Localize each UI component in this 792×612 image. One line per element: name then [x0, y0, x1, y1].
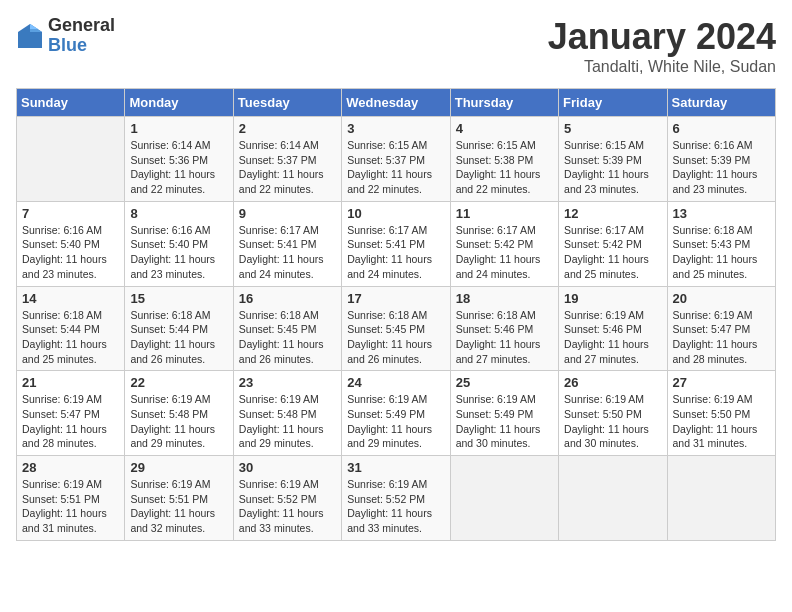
calendar-week-row: 28Sunrise: 6:19 AM Sunset: 5:51 PM Dayli… [17, 456, 776, 541]
calendar-day-cell: 11Sunrise: 6:17 AM Sunset: 5:42 PM Dayli… [450, 201, 558, 286]
day-info: Sunrise: 6:16 AM Sunset: 5:39 PM Dayligh… [673, 138, 770, 197]
day-info: Sunrise: 6:18 AM Sunset: 5:44 PM Dayligh… [22, 308, 119, 367]
day-info: Sunrise: 6:18 AM Sunset: 5:45 PM Dayligh… [347, 308, 444, 367]
day-info: Sunrise: 6:19 AM Sunset: 5:47 PM Dayligh… [673, 308, 770, 367]
calendar-day-cell: 28Sunrise: 6:19 AM Sunset: 5:51 PM Dayli… [17, 456, 125, 541]
day-number: 31 [347, 460, 444, 475]
day-number: 5 [564, 121, 661, 136]
weekday-header: Thursday [450, 89, 558, 117]
day-number: 25 [456, 375, 553, 390]
day-info: Sunrise: 6:15 AM Sunset: 5:38 PM Dayligh… [456, 138, 553, 197]
day-info: Sunrise: 6:14 AM Sunset: 5:36 PM Dayligh… [130, 138, 227, 197]
day-info: Sunrise: 6:17 AM Sunset: 5:42 PM Dayligh… [564, 223, 661, 282]
day-number: 3 [347, 121, 444, 136]
calendar-table: SundayMondayTuesdayWednesdayThursdayFrid… [16, 88, 776, 541]
day-number: 1 [130, 121, 227, 136]
day-info: Sunrise: 6:19 AM Sunset: 5:48 PM Dayligh… [239, 392, 336, 451]
weekday-header: Wednesday [342, 89, 450, 117]
day-info: Sunrise: 6:15 AM Sunset: 5:39 PM Dayligh… [564, 138, 661, 197]
calendar-day-cell: 17Sunrise: 6:18 AM Sunset: 5:45 PM Dayli… [342, 286, 450, 371]
calendar-day-cell: 30Sunrise: 6:19 AM Sunset: 5:52 PM Dayli… [233, 456, 341, 541]
day-number: 14 [22, 291, 119, 306]
calendar-day-cell: 14Sunrise: 6:18 AM Sunset: 5:44 PM Dayli… [17, 286, 125, 371]
calendar-day-cell: 13Sunrise: 6:18 AM Sunset: 5:43 PM Dayli… [667, 201, 775, 286]
day-info: Sunrise: 6:18 AM Sunset: 5:43 PM Dayligh… [673, 223, 770, 282]
day-number: 15 [130, 291, 227, 306]
calendar-week-row: 7Sunrise: 6:16 AM Sunset: 5:40 PM Daylig… [17, 201, 776, 286]
calendar-day-cell [17, 117, 125, 202]
month-title: January 2024 [548, 16, 776, 58]
day-number: 13 [673, 206, 770, 221]
day-info: Sunrise: 6:16 AM Sunset: 5:40 PM Dayligh… [130, 223, 227, 282]
day-number: 11 [456, 206, 553, 221]
calendar-day-cell: 31Sunrise: 6:19 AM Sunset: 5:52 PM Dayli… [342, 456, 450, 541]
calendar-day-cell: 2Sunrise: 6:14 AM Sunset: 5:37 PM Daylig… [233, 117, 341, 202]
day-number: 30 [239, 460, 336, 475]
logo-icon [16, 22, 44, 50]
calendar-day-cell: 8Sunrise: 6:16 AM Sunset: 5:40 PM Daylig… [125, 201, 233, 286]
weekday-header: Friday [559, 89, 667, 117]
day-number: 7 [22, 206, 119, 221]
logo-general: General [48, 15, 115, 35]
weekday-header: Sunday [17, 89, 125, 117]
calendar-week-row: 21Sunrise: 6:19 AM Sunset: 5:47 PM Dayli… [17, 371, 776, 456]
day-info: Sunrise: 6:19 AM Sunset: 5:51 PM Dayligh… [130, 477, 227, 536]
weekday-header: Tuesday [233, 89, 341, 117]
day-info: Sunrise: 6:19 AM Sunset: 5:49 PM Dayligh… [456, 392, 553, 451]
calendar-header-row: SundayMondayTuesdayWednesdayThursdayFrid… [17, 89, 776, 117]
day-number: 9 [239, 206, 336, 221]
calendar-day-cell: 27Sunrise: 6:19 AM Sunset: 5:50 PM Dayli… [667, 371, 775, 456]
calendar-day-cell: 29Sunrise: 6:19 AM Sunset: 5:51 PM Dayli… [125, 456, 233, 541]
day-number: 6 [673, 121, 770, 136]
calendar-week-row: 14Sunrise: 6:18 AM Sunset: 5:44 PM Dayli… [17, 286, 776, 371]
calendar-day-cell: 7Sunrise: 6:16 AM Sunset: 5:40 PM Daylig… [17, 201, 125, 286]
calendar-day-cell: 26Sunrise: 6:19 AM Sunset: 5:50 PM Dayli… [559, 371, 667, 456]
svg-marker-2 [30, 24, 38, 29]
day-number: 10 [347, 206, 444, 221]
calendar-day-cell: 4Sunrise: 6:15 AM Sunset: 5:38 PM Daylig… [450, 117, 558, 202]
calendar-day-cell: 24Sunrise: 6:19 AM Sunset: 5:49 PM Dayli… [342, 371, 450, 456]
calendar-day-cell: 22Sunrise: 6:19 AM Sunset: 5:48 PM Dayli… [125, 371, 233, 456]
calendar-day-cell: 3Sunrise: 6:15 AM Sunset: 5:37 PM Daylig… [342, 117, 450, 202]
day-info: Sunrise: 6:19 AM Sunset: 5:47 PM Dayligh… [22, 392, 119, 451]
day-number: 21 [22, 375, 119, 390]
day-number: 18 [456, 291, 553, 306]
day-number: 24 [347, 375, 444, 390]
day-info: Sunrise: 6:17 AM Sunset: 5:42 PM Dayligh… [456, 223, 553, 282]
day-info: Sunrise: 6:19 AM Sunset: 5:52 PM Dayligh… [347, 477, 444, 536]
day-number: 29 [130, 460, 227, 475]
day-number: 27 [673, 375, 770, 390]
calendar-day-cell: 1Sunrise: 6:14 AM Sunset: 5:36 PM Daylig… [125, 117, 233, 202]
calendar-day-cell [559, 456, 667, 541]
day-info: Sunrise: 6:19 AM Sunset: 5:46 PM Dayligh… [564, 308, 661, 367]
day-number: 2 [239, 121, 336, 136]
day-info: Sunrise: 6:15 AM Sunset: 5:37 PM Dayligh… [347, 138, 444, 197]
day-number: 8 [130, 206, 227, 221]
calendar-day-cell: 16Sunrise: 6:18 AM Sunset: 5:45 PM Dayli… [233, 286, 341, 371]
day-number: 26 [564, 375, 661, 390]
day-info: Sunrise: 6:19 AM Sunset: 5:50 PM Dayligh… [673, 392, 770, 451]
calendar-day-cell: 6Sunrise: 6:16 AM Sunset: 5:39 PM Daylig… [667, 117, 775, 202]
day-info: Sunrise: 6:17 AM Sunset: 5:41 PM Dayligh… [347, 223, 444, 282]
title-area: January 2024 Tandalti, White Nile, Sudan [548, 16, 776, 76]
calendar-day-cell: 19Sunrise: 6:19 AM Sunset: 5:46 PM Dayli… [559, 286, 667, 371]
calendar-day-cell: 20Sunrise: 6:19 AM Sunset: 5:47 PM Dayli… [667, 286, 775, 371]
calendar-day-cell: 10Sunrise: 6:17 AM Sunset: 5:41 PM Dayli… [342, 201, 450, 286]
calendar-day-cell: 23Sunrise: 6:19 AM Sunset: 5:48 PM Dayli… [233, 371, 341, 456]
day-info: Sunrise: 6:18 AM Sunset: 5:45 PM Dayligh… [239, 308, 336, 367]
weekday-header: Saturday [667, 89, 775, 117]
calendar-day-cell [450, 456, 558, 541]
day-info: Sunrise: 6:19 AM Sunset: 5:49 PM Dayligh… [347, 392, 444, 451]
day-info: Sunrise: 6:18 AM Sunset: 5:44 PM Dayligh… [130, 308, 227, 367]
calendar-day-cell: 21Sunrise: 6:19 AM Sunset: 5:47 PM Dayli… [17, 371, 125, 456]
calendar-day-cell: 18Sunrise: 6:18 AM Sunset: 5:46 PM Dayli… [450, 286, 558, 371]
day-info: Sunrise: 6:18 AM Sunset: 5:46 PM Dayligh… [456, 308, 553, 367]
calendar-week-row: 1Sunrise: 6:14 AM Sunset: 5:36 PM Daylig… [17, 117, 776, 202]
day-number: 23 [239, 375, 336, 390]
day-number: 4 [456, 121, 553, 136]
day-number: 20 [673, 291, 770, 306]
logo: General Blue [16, 16, 115, 56]
day-info: Sunrise: 6:19 AM Sunset: 5:48 PM Dayligh… [130, 392, 227, 451]
day-info: Sunrise: 6:19 AM Sunset: 5:51 PM Dayligh… [22, 477, 119, 536]
page-header: General Blue January 2024 Tandalti, Whit… [16, 16, 776, 76]
